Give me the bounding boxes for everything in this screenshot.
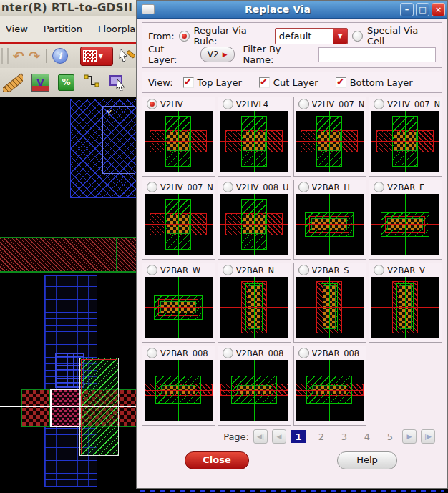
menu-view[interactable]: View bbox=[6, 24, 28, 34]
via-preview bbox=[145, 277, 213, 338]
page-number-4[interactable]: 4 bbox=[359, 430, 375, 443]
via-tile[interactable]: V2BAR_H bbox=[293, 180, 367, 260]
tile-label: V2BAR_008_ bbox=[236, 348, 288, 358]
via-tile[interactable]: V2BAR_008_ bbox=[142, 346, 215, 426]
center-hline bbox=[220, 224, 288, 225]
page-number-2[interactable]: 2 bbox=[313, 430, 329, 443]
page-numbers: 12345 bbox=[291, 430, 398, 443]
dialog-titlebar[interactable]: Replace Via – □ × bbox=[137, 1, 447, 19]
tile-radio[interactable] bbox=[223, 348, 233, 358]
tile-radio[interactable] bbox=[147, 99, 157, 109]
tile-label: V2BAR_008_ bbox=[160, 348, 212, 358]
via-tile[interactable]: V2HV_007_N bbox=[293, 97, 367, 177]
via-tile[interactable]: V2BAR_N bbox=[218, 263, 291, 343]
minimize-button[interactable]: – bbox=[400, 3, 414, 16]
via-tile[interactable]: V2BAR_V bbox=[369, 263, 442, 343]
center-vline bbox=[254, 194, 255, 255]
page-number-1[interactable]: 1 bbox=[291, 430, 306, 443]
menu-floorplan[interactable]: Floorplan bbox=[98, 24, 141, 34]
via-tile[interactable]: V2BAR_E bbox=[369, 180, 442, 260]
canvas-blue-dotted-line bbox=[140, 490, 444, 492]
center-hline bbox=[371, 224, 439, 225]
via-tile[interactable]: V2HV_008_U bbox=[218, 180, 291, 260]
via-preview bbox=[220, 111, 288, 172]
tile-radio[interactable] bbox=[223, 99, 233, 109]
close-window-icon[interactable]: × bbox=[432, 3, 445, 16]
tile-radio[interactable] bbox=[298, 348, 309, 358]
tile-radio[interactable] bbox=[223, 182, 233, 192]
wire-edit-icon[interactable] bbox=[83, 72, 100, 92]
via-tile[interactable]: V2BAR_S bbox=[293, 263, 367, 343]
center-hline bbox=[145, 390, 213, 391]
menu-partition[interactable]: Partition bbox=[44, 24, 82, 34]
tile-radio[interactable] bbox=[298, 182, 309, 192]
canvas-marker-label: Y bbox=[107, 109, 112, 118]
info-icon[interactable]: i bbox=[52, 48, 68, 64]
via-tile[interactable]: V2BAR_W bbox=[142, 263, 215, 343]
close-button[interactable]: Close bbox=[185, 451, 249, 469]
percent-icon[interactable]: % bbox=[58, 74, 74, 91]
maximize-button[interactable]: □ bbox=[416, 3, 429, 16]
via-rule-dropdown-value: default bbox=[276, 29, 333, 44]
via-preview bbox=[145, 360, 213, 421]
tile-radio[interactable] bbox=[147, 348, 157, 358]
canvas-white-guideline bbox=[0, 406, 136, 407]
center-hline bbox=[296, 224, 364, 225]
via-tile[interactable]: V2HV bbox=[142, 97, 215, 177]
center-hline bbox=[371, 141, 439, 142]
toolbar-grip-handle[interactable] bbox=[1, 48, 9, 64]
center-vline bbox=[329, 194, 330, 255]
from-label: From: bbox=[148, 31, 175, 42]
canvas-blue-crosshatch-region: Y bbox=[70, 99, 137, 198]
page-prev-button[interactable]: ◀ bbox=[272, 429, 286, 444]
regular-via-rule-radio[interactable] bbox=[179, 31, 190, 42]
via-preview bbox=[296, 194, 364, 255]
via-pattern-swatch-button[interactable]: ▼ bbox=[80, 47, 113, 66]
via-tile[interactable]: V2HVL4 bbox=[218, 97, 291, 177]
tile-radio[interactable] bbox=[223, 265, 233, 275]
tile-radio[interactable] bbox=[147, 182, 157, 192]
help-button[interactable]: Help bbox=[337, 451, 397, 469]
undo-icon[interactable]: ↶ bbox=[13, 49, 24, 63]
top-layer-checkbox[interactable] bbox=[183, 77, 194, 88]
via-preview bbox=[220, 277, 288, 338]
center-vline bbox=[178, 277, 179, 338]
tile-radio[interactable] bbox=[374, 265, 384, 275]
tile-radio[interactable] bbox=[298, 265, 309, 275]
tile-label: V2BAR_W bbox=[160, 265, 200, 275]
bottom-layer-checkbox[interactable] bbox=[336, 77, 346, 88]
center-hline bbox=[220, 141, 288, 142]
toolbar-separator bbox=[46, 49, 47, 63]
redo-icon[interactable]: ↷ bbox=[29, 49, 40, 63]
via-tile[interactable]: V2BAR_008_ bbox=[218, 346, 291, 426]
tile-radio[interactable] bbox=[374, 182, 384, 192]
tile-radio[interactable] bbox=[298, 99, 309, 109]
tile-radio[interactable] bbox=[147, 265, 157, 275]
tile-label: V2HV_007_N bbox=[312, 99, 365, 109]
via-preview bbox=[296, 360, 364, 421]
page-first-button[interactable]: ◀| bbox=[253, 429, 268, 444]
page-number-5[interactable]: 5 bbox=[382, 430, 398, 443]
tile-label: V2BAR_V bbox=[387, 265, 425, 275]
via-rule-dropdown[interactable]: default ▼ bbox=[275, 28, 348, 44]
cut-layer-button[interactable]: V2 ▶ bbox=[200, 47, 235, 62]
tile-label: V2BAR_E bbox=[387, 182, 424, 192]
area-select-icon[interactable] bbox=[109, 74, 127, 91]
cut-layer-checkbox[interactable] bbox=[259, 77, 270, 88]
via-tile[interactable]: V2BAR_008_ bbox=[293, 346, 367, 426]
page-number-3[interactable]: 3 bbox=[336, 430, 352, 443]
via-tile[interactable]: V2HV_007_N bbox=[369, 97, 442, 177]
page-last-button[interactable]: |▶ bbox=[421, 429, 435, 444]
tile-radio[interactable] bbox=[374, 99, 384, 109]
special-via-cell-radio[interactable] bbox=[352, 31, 363, 42]
center-vline bbox=[254, 111, 255, 172]
page-label: Page: bbox=[223, 431, 249, 442]
ruler-icon[interactable] bbox=[3, 73, 23, 92]
verify-icon[interactable]: V bbox=[31, 74, 49, 92]
filter-by-name-input[interactable] bbox=[318, 47, 436, 62]
center-vline bbox=[405, 194, 406, 255]
canvas-marker-y: Y bbox=[102, 106, 135, 174]
via-tile[interactable]: V2HV_007_N bbox=[142, 180, 215, 260]
window-menu-icon[interactable] bbox=[142, 4, 155, 14]
page-next-button[interactable]: ▶ bbox=[402, 429, 417, 444]
